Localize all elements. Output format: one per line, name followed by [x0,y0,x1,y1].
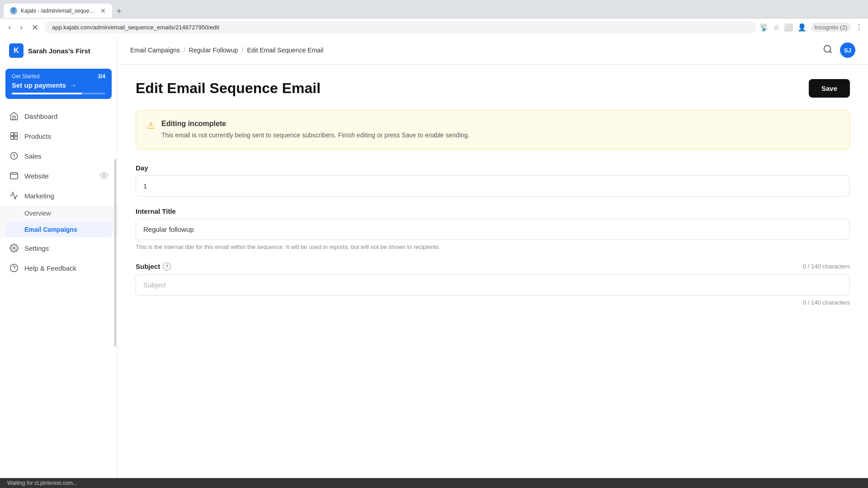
products-icon [9,131,19,141]
overview-label: Overview [24,210,51,217]
internal-title-label: Internal Title [136,207,850,215]
sales-icon [9,151,19,161]
sidebar-products-label: Products [24,132,51,140]
sidebar-nav: Dashboard Products Sales [0,103,117,282]
internal-title-input[interactable] [136,219,850,240]
page-title: Edit Email Sequence Email [136,80,321,97]
sidebar: K Sarah Jonas's First Get Started 3/4 Se… [0,36,118,478]
subject-help-icon[interactable]: ? [163,263,171,271]
warning-content: Editing incomplete This email is not cur… [161,120,470,140]
sidebar-item-help[interactable]: Help & Feedback [0,258,117,278]
sidebar-item-sales[interactable]: Sales [0,146,117,166]
get-started-progress-fill [12,93,82,94]
warning-text: This email is not currently being sent t… [161,131,470,140]
svg-rect-5 [10,173,18,178]
browser-chrome: Kajabi - /admin/email_sequence... ✕ + ‹ … [0,0,868,36]
svg-point-8 [10,264,18,272]
forward-button[interactable]: › [17,22,25,33]
sidebar-item-marketing[interactable]: Marketing [0,186,117,206]
sidebar-scroll-area: Dashboard Products Sales [0,103,117,478]
sidebar-brand: K Sarah Jonas's First [0,36,117,65]
avatar[interactable]: SJ [840,42,855,58]
sidebar-item-products[interactable]: Products [0,126,117,146]
breadcrumb-current: Edit Email Sequence Email [247,47,323,54]
tab-close-button[interactable]: ✕ [100,7,106,14]
get-started-count: 3/4 [98,73,105,80]
svg-rect-3 [14,136,18,140]
svg-point-6 [103,174,105,176]
new-tab-button[interactable]: + [112,5,126,18]
svg-rect-0 [11,133,14,136]
sidebar-item-overview[interactable]: Overview [0,206,117,221]
day-field-section: Day [136,164,850,197]
svg-line-11 [830,51,831,53]
page-content: Edit Email Sequence Email Save ⚠ Editing… [118,65,868,478]
get-started-title: Set up payments → [12,81,105,89]
sidebar-dashboard-label: Dashboard [24,113,57,120]
menu-icon[interactable]: ⋮ [855,23,863,32]
help-icon [9,263,19,273]
marketing-icon [9,191,19,201]
main-content: Email Campaigns / Regular Followup / Edi… [118,36,868,478]
sidebar-item-website[interactable]: Website [0,166,117,186]
browser-tab-active[interactable]: Kajabi - /admin/email_sequence... ✕ [4,4,112,18]
sidebar-scroll-thumb [114,159,116,347]
breadcrumb-sep-1: / [184,47,185,54]
browser-actions: 📡 ☆ ⬜ 👤 Incognito (2) ⋮ [760,23,863,32]
warning-icon: ⚠ [147,120,155,131]
sidebar-settings-label: Settings [24,244,49,252]
internal-title-section: Internal Title This is the internal titl… [136,207,850,252]
get-started-title-text: Set up payments [12,81,66,89]
sidebar-item-email-campaigns[interactable]: Email Campaigns [5,222,112,237]
warning-title: Editing incomplete [161,120,470,128]
tab-spinner [10,8,17,14]
page-header: Edit Email Sequence Email Save [136,79,850,98]
subject-char-count-bottom: 0 / 140 characters [803,299,850,306]
extension-icon[interactable]: ⬜ [784,23,793,32]
address-bar[interactable] [45,21,756,33]
top-bar-actions: SJ [823,42,855,58]
day-label: Day [136,164,850,172]
subject-input[interactable] [136,274,850,296]
svg-rect-2 [11,136,14,140]
website-eye-icon [100,171,108,181]
bookmark-icon[interactable]: ☆ [773,23,779,32]
website-icon [9,171,19,181]
sidebar-scrollbar[interactable] [113,103,117,478]
get-started-top: Get Started 3/4 [12,73,105,80]
search-icon[interactable] [823,44,833,56]
status-bar: Waiting for ct.pinterest.com... [0,478,868,488]
day-input[interactable] [136,175,850,197]
sidebar-website-label: Website [24,172,49,180]
brand-name: Sarah Jonas's First [28,47,90,55]
app-container: K Sarah Jonas's First Get Started 3/4 Se… [0,36,868,478]
breadcrumb: Email Campaigns / Regular Followup / Edi… [130,47,323,54]
incognito-label: Incognito (2) [811,23,851,32]
reload-button[interactable]: ✕ [29,22,41,33]
browser-tab-bar: Kajabi - /admin/email_sequence... ✕ + [0,0,868,18]
settings-icon [9,243,19,253]
home-icon [9,111,19,121]
sidebar-marketing-label: Marketing [24,192,54,200]
subject-field-section: Subject ? 0 / 140 characters 0 / 140 cha… [136,263,850,306]
status-text: Waiting for ct.pinterest.com... [7,480,77,486]
sidebar-item-settings[interactable]: Settings [0,238,117,258]
get-started-arrow-icon: → [70,81,76,89]
email-campaigns-label: Email Campaigns [24,226,77,233]
back-button[interactable]: ‹ [5,22,14,33]
profile-icon[interactable]: 👤 [797,23,807,32]
sidebar-item-dashboard[interactable]: Dashboard [0,106,117,126]
save-button[interactable]: Save [809,79,850,98]
sidebar-help-label: Help & Feedback [24,264,76,272]
get-started-progress [12,93,105,94]
get-started-card[interactable]: Get Started 3/4 Set up payments → [5,69,112,99]
breadcrumb-regular-followup[interactable]: Regular Followup [189,47,238,54]
get-started-label: Get Started [12,73,39,80]
subject-char-count: 0 / 140 characters [803,263,850,270]
tab-title: Kajabi - /admin/email_sequence... [21,8,97,14]
browser-nav-bar: ‹ › ✕ 📡 ☆ ⬜ 👤 Incognito (2) ⋮ [0,18,868,36]
brand-logo: K [9,43,24,58]
sidebar-sales-label: Sales [24,152,42,160]
breadcrumb-email-campaigns[interactable]: Email Campaigns [130,47,180,54]
cast-icon[interactable]: 📡 [760,23,769,32]
